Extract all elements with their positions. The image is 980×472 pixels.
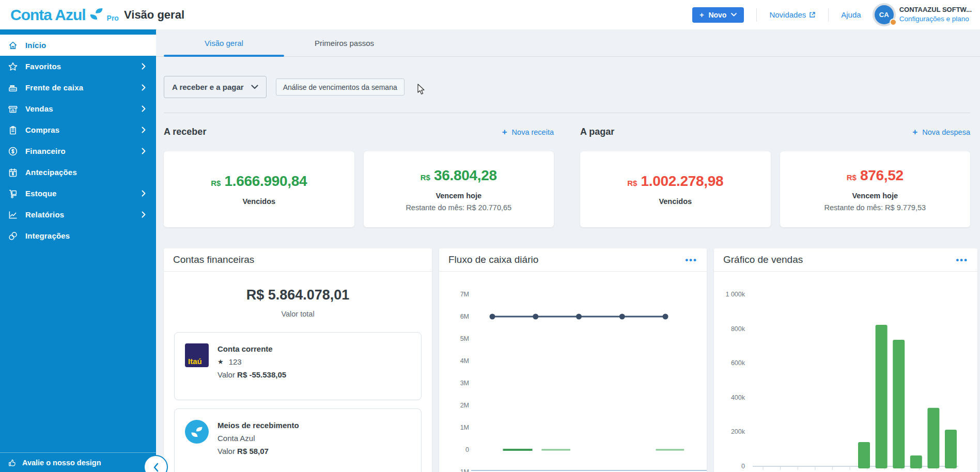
top-bar: Conta Azul Pro Visão geral + Novo Novida… [0, 0, 980, 29]
new-revenue-link[interactable]: + Nova receita [502, 128, 554, 136]
top-right-controls: + Novo Novidades Ajuda CA CONTAAZUL SOFT… [692, 5, 980, 24]
tab-visao-geral[interactable]: Visão geral [164, 29, 284, 56]
accounts-total-value: R$ 5.864.078,01 [164, 287, 432, 303]
due-today-receivables-amount: 36.804,28 [434, 167, 497, 184]
header-divider [756, 8, 757, 22]
more-options-icon[interactable]: ••• [685, 256, 697, 264]
sidebar: InícioFavoritosFrente de caixaVendasComp… [0, 29, 156, 472]
hand-truck-icon [8, 188, 18, 199]
sidebar-item-financeiro[interactable]: Financeiro [0, 140, 156, 162]
sidebar-item-label: Financeiro [25, 147, 66, 155]
sidebar-item-label: Frente de caixa [25, 83, 83, 92]
plus-icon: + [912, 128, 917, 136]
account-number: 123 [229, 357, 242, 366]
svg-text:600k: 600k [731, 359, 745, 367]
due-today-payables-card[interactable]: R$876,52 Vencem hoje Restante do mês: R$… [780, 151, 971, 227]
chevron-right-icon [142, 211, 146, 218]
svg-text:6M: 6M [460, 313, 469, 320]
cash-register-icon [8, 83, 18, 93]
sidebar-item-label: Relatórios [25, 210, 64, 219]
chart-line-icon [8, 210, 18, 220]
calendar-dollar-icon [8, 167, 18, 178]
sidebar-item-relatorios[interactable]: Relatórios [0, 204, 156, 225]
sidebar-item-inicio[interactable]: Início [0, 35, 156, 56]
daily-cashflow-panel: Fluxo de caixa diário ••• 7M6M5M4M3M2M1M… [439, 248, 707, 472]
chevron-down-icon [731, 13, 737, 17]
svg-text:2M: 2M [460, 402, 469, 409]
more-options-icon[interactable]: ••• [956, 256, 968, 264]
sidebar-item-label: Vendas [25, 104, 53, 113]
svg-text:0: 0 [741, 463, 745, 470]
sidebar-item-label: Integrações [25, 231, 70, 240]
chevron-right-icon [142, 127, 146, 133]
account-balance: R$ 58,07 [237, 447, 269, 455]
sidebar-item-compras[interactable]: Compras [0, 119, 156, 140]
payables-section: A pagar + Nova despesa R$1.002.278,98 Ve… [580, 127, 970, 227]
svg-text:1M: 1M [460, 424, 469, 431]
thumbs-up-icon [8, 458, 17, 467]
rate-design-label: Avalie o nosso design [22, 459, 101, 467]
overdue-receivables-card[interactable]: R$1.666.990,84 Vencidos [164, 151, 354, 227]
account-card-itau[interactable]: Itaú Conta corrente ★ 123 Valor R$ -55.5… [174, 332, 422, 400]
sidebar-footer[interactable]: Avalie o nosso design [0, 452, 156, 472]
sidebar-item-frente-de-caixa[interactable]: Frente de caixa [0, 77, 156, 98]
chevron-right-icon [142, 84, 146, 91]
ajuda-link[interactable]: Ajuda [841, 10, 861, 19]
sidebar-item-label: Início [25, 41, 46, 50]
type-filter-dropdown[interactable]: A receber e a pagar [164, 76, 267, 98]
due-today-receivables-card[interactable]: R$36.804,28 Vencem hoje Restante do mês:… [364, 151, 554, 227]
overdue-payables-amount: 1.002.278,98 [641, 173, 723, 190]
new-expense-link[interactable]: + Nova despesa [912, 128, 970, 136]
accounts-total-label: Valor total [164, 310, 432, 318]
status-dot [890, 19, 897, 26]
sales-bar-chart: 1 000k800k600k400k200k0 [714, 272, 977, 472]
sidebar-item-label: Estoque [25, 189, 57, 198]
svg-text:7M: 7M [460, 291, 469, 298]
itau-bank-logo: Itaú [185, 343, 209, 367]
payables-title: A pagar [580, 127, 614, 137]
store-icon [8, 104, 18, 114]
user-avatar[interactable]: CA [875, 5, 894, 24]
novidades-link[interactable]: Novidades [769, 10, 816, 19]
settings-plan-link[interactable]: Configurações e plano [899, 14, 972, 24]
sidebar-item-label: Compras [25, 125, 59, 134]
account-balance: R$ -55.538,05 [237, 370, 286, 379]
weekly-due-analysis-button[interactable]: Análise de vencimentos da semana [276, 78, 405, 96]
svg-text:0: 0 [465, 446, 469, 453]
new-button[interactable]: + Novo [692, 7, 744, 23]
sidebar-item-integracoes[interactable]: Integrações [0, 225, 156, 246]
external-link-icon [809, 11, 816, 18]
header-divider [828, 8, 829, 22]
cashflow-panel-title: Fluxo de caixa diário [448, 254, 538, 265]
chevron-right-icon [142, 105, 146, 112]
svg-text:5M: 5M [460, 335, 469, 342]
chevron-right-icon [142, 148, 146, 154]
sidebar-item-estoque[interactable]: Estoque [0, 183, 156, 204]
due-today-payables-amount: 876,52 [860, 167, 904, 184]
financial-accounts-panel: Contas financeiras R$ 5.864.078,01 Valor… [164, 248, 432, 472]
sidebar-item-favoritos[interactable]: Favoritos [0, 56, 156, 77]
tab-primeiros-passos[interactable]: Primeiros passos [284, 29, 405, 56]
page-title: Visão geral [124, 8, 184, 22]
sidebar-item-label: Antecipações [25, 168, 77, 177]
main-content: Visão geral Primeiros passos A receber e… [156, 29, 980, 472]
sales-chart-panel: Gráfico de vendas ••• 1 000k800k600k400k… [714, 248, 977, 472]
svg-text:1 000k: 1 000k [725, 291, 745, 298]
chevron-right-icon [142, 190, 146, 197]
account-info[interactable]: CONTAAZUL SOFTW... Configurações e plano [899, 6, 972, 23]
sidebar-item-antecipacoes[interactable]: Antecipações [0, 162, 156, 183]
svg-text:-1M: -1M [458, 468, 469, 472]
receivables-title: A receber [164, 127, 206, 137]
section-divider [164, 113, 970, 113]
cashflow-line-chart: 7M6M5M4M3M2M1M0-1M [439, 272, 707, 472]
sidebar-item-vendas[interactable]: Vendas [0, 98, 156, 119]
svg-text:800k: 800k [731, 325, 745, 333]
overdue-receivables-amount: 1.666.990,84 [224, 173, 307, 190]
svg-text:3M: 3M [460, 380, 469, 387]
overdue-payables-card[interactable]: R$1.002.278,98 Vencidos [580, 151, 771, 227]
brand-logo[interactable]: Conta Azul Pro [0, 6, 115, 24]
plus-icon: + [699, 11, 704, 19]
chevron-down-icon [251, 85, 258, 89]
sales-panel-title: Gráfico de vendas [723, 254, 803, 265]
account-card-contaazul[interactable]: Meios de recebimento Conta Azul Valor R$… [174, 408, 422, 472]
